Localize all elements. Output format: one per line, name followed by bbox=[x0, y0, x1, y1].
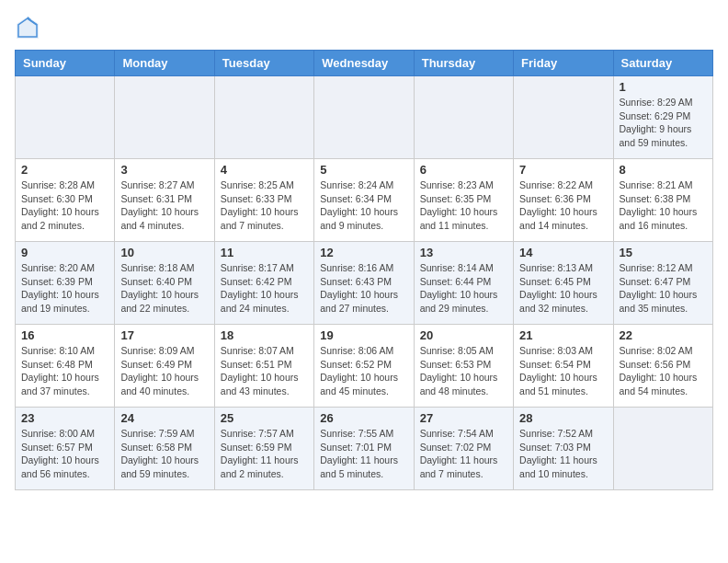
day-info: Sunrise: 8:18 AM Sunset: 6:40 PM Dayligh… bbox=[120, 261, 208, 316]
calendar-cell: 9Sunrise: 8:20 AM Sunset: 6:39 PM Daylig… bbox=[16, 242, 115, 325]
calendar-cell: 11Sunrise: 8:17 AM Sunset: 6:42 PM Dayli… bbox=[214, 242, 313, 325]
day-number: 14 bbox=[519, 246, 607, 259]
calendar-cell: 23Sunrise: 8:00 AM Sunset: 6:57 PM Dayli… bbox=[16, 408, 115, 490]
day-info: Sunrise: 7:57 AM Sunset: 6:59 PM Dayligh… bbox=[221, 427, 308, 481]
calendar-cell: 13Sunrise: 8:14 AM Sunset: 6:44 PM Dayli… bbox=[414, 242, 513, 325]
calendar-cell: 6Sunrise: 8:23 AM Sunset: 6:35 PM Daylig… bbox=[414, 159, 513, 242]
calendar-cell bbox=[115, 76, 214, 159]
calendar-cell: 4Sunrise: 8:25 AM Sunset: 6:33 PM Daylig… bbox=[214, 159, 313, 242]
svg-marker-0 bbox=[17, 17, 39, 39]
day-number: 26 bbox=[320, 411, 407, 425]
day-info: Sunrise: 8:27 AM Sunset: 6:31 PM Dayligh… bbox=[120, 178, 208, 233]
calendar-week-row: 23Sunrise: 8:00 AM Sunset: 6:57 PM Dayli… bbox=[16, 408, 713, 490]
day-info: Sunrise: 8:09 AM Sunset: 6:49 PM Dayligh… bbox=[120, 344, 208, 398]
calendar-cell: 10Sunrise: 8:18 AM Sunset: 6:40 PM Dayli… bbox=[115, 242, 214, 325]
day-info: Sunrise: 8:24 AM Sunset: 6:34 PM Dayligh… bbox=[320, 178, 407, 233]
header-saturday: Saturday bbox=[613, 51, 712, 76]
calendar-cell: 3Sunrise: 8:27 AM Sunset: 6:31 PM Daylig… bbox=[115, 159, 214, 242]
calendar-week-row: 9Sunrise: 8:20 AM Sunset: 6:39 PM Daylig… bbox=[16, 242, 713, 325]
calendar-cell bbox=[514, 76, 613, 159]
day-number: 11 bbox=[221, 246, 308, 259]
day-number: 9 bbox=[21, 246, 108, 259]
day-info: Sunrise: 8:05 AM Sunset: 6:53 PM Dayligh… bbox=[420, 344, 507, 398]
day-info: Sunrise: 8:13 AM Sunset: 6:45 PM Dayligh… bbox=[519, 261, 607, 316]
calendar-cell: 22Sunrise: 8:02 AM Sunset: 6:56 PM Dayli… bbox=[613, 325, 712, 408]
day-number: 25 bbox=[221, 411, 308, 425]
calendar-cell: 1Sunrise: 8:29 AM Sunset: 6:29 PM Daylig… bbox=[613, 76, 712, 159]
day-info: Sunrise: 7:55 AM Sunset: 7:01 PM Dayligh… bbox=[320, 427, 407, 481]
header-friday: Friday bbox=[514, 51, 613, 76]
calendar-week-row: 2Sunrise: 8:28 AM Sunset: 6:30 PM Daylig… bbox=[16, 159, 713, 242]
day-number: 18 bbox=[221, 328, 308, 342]
day-number: 3 bbox=[120, 163, 208, 177]
day-number: 12 bbox=[320, 246, 407, 259]
logo-icon bbox=[15, 15, 40, 40]
day-info: Sunrise: 8:02 AM Sunset: 6:56 PM Dayligh… bbox=[620, 344, 707, 398]
calendar-cell: 27Sunrise: 7:54 AM Sunset: 7:02 PM Dayli… bbox=[414, 408, 513, 490]
day-info: Sunrise: 8:16 AM Sunset: 6:43 PM Dayligh… bbox=[320, 261, 407, 316]
day-info: Sunrise: 8:22 AM Sunset: 6:36 PM Dayligh… bbox=[519, 178, 607, 233]
calendar-header-row: SundayMondayTuesdayWednesdayThursdayFrid… bbox=[16, 51, 713, 76]
calendar-cell: 2Sunrise: 8:28 AM Sunset: 6:30 PM Daylig… bbox=[16, 159, 115, 242]
calendar-cell: 8Sunrise: 8:21 AM Sunset: 6:38 PM Daylig… bbox=[613, 159, 712, 242]
day-info: Sunrise: 8:06 AM Sunset: 6:52 PM Dayligh… bbox=[320, 344, 407, 398]
calendar-cell: 25Sunrise: 7:57 AM Sunset: 6:59 PM Dayli… bbox=[214, 408, 313, 490]
day-number: 20 bbox=[420, 328, 507, 342]
day-number: 19 bbox=[320, 328, 407, 342]
day-info: Sunrise: 8:14 AM Sunset: 6:44 PM Dayligh… bbox=[420, 261, 507, 316]
day-info: Sunrise: 8:07 AM Sunset: 6:51 PM Dayligh… bbox=[221, 344, 308, 398]
day-number: 24 bbox=[120, 411, 208, 425]
day-number: 21 bbox=[519, 328, 607, 342]
day-info: Sunrise: 8:23 AM Sunset: 6:35 PM Dayligh… bbox=[420, 178, 507, 233]
calendar-cell: 21Sunrise: 8:03 AM Sunset: 6:54 PM Dayli… bbox=[514, 325, 613, 408]
calendar-cell: 28Sunrise: 7:52 AM Sunset: 7:03 PM Dayli… bbox=[514, 408, 613, 490]
day-number: 28 bbox=[519, 411, 607, 425]
day-number: 15 bbox=[620, 246, 707, 259]
header bbox=[15, 15, 713, 40]
header-monday: Monday bbox=[115, 51, 214, 76]
day-info: Sunrise: 8:29 AM Sunset: 6:29 PM Dayligh… bbox=[620, 96, 707, 150]
calendar-table: SundayMondayTuesdayWednesdayThursdayFrid… bbox=[15, 50, 713, 490]
day-number: 6 bbox=[420, 163, 507, 177]
day-number: 27 bbox=[420, 411, 507, 425]
header-tuesday: Tuesday bbox=[214, 51, 313, 76]
calendar-cell: 20Sunrise: 8:05 AM Sunset: 6:53 PM Dayli… bbox=[414, 325, 513, 408]
day-number: 8 bbox=[620, 163, 707, 177]
day-info: Sunrise: 7:59 AM Sunset: 6:58 PM Dayligh… bbox=[120, 427, 208, 481]
day-info: Sunrise: 8:17 AM Sunset: 6:42 PM Dayligh… bbox=[221, 261, 308, 316]
calendar-cell bbox=[613, 408, 712, 490]
day-info: Sunrise: 8:21 AM Sunset: 6:38 PM Dayligh… bbox=[620, 178, 707, 233]
header-sunday: Sunday bbox=[16, 51, 115, 76]
day-info: Sunrise: 8:20 AM Sunset: 6:39 PM Dayligh… bbox=[21, 261, 108, 316]
day-number: 5 bbox=[320, 163, 407, 177]
day-info: Sunrise: 8:28 AM Sunset: 6:30 PM Dayligh… bbox=[21, 178, 108, 233]
day-info: Sunrise: 7:54 AM Sunset: 7:02 PM Dayligh… bbox=[420, 427, 507, 481]
logo bbox=[15, 15, 44, 40]
calendar-cell bbox=[16, 76, 115, 159]
day-info: Sunrise: 8:10 AM Sunset: 6:48 PM Dayligh… bbox=[21, 344, 108, 398]
calendar-cell bbox=[414, 76, 513, 159]
day-info: Sunrise: 8:12 AM Sunset: 6:47 PM Dayligh… bbox=[620, 261, 707, 316]
day-number: 16 bbox=[21, 328, 108, 342]
day-number: 13 bbox=[420, 246, 507, 259]
header-thursday: Thursday bbox=[414, 51, 513, 76]
day-number: 7 bbox=[519, 163, 607, 177]
calendar-week-row: 1Sunrise: 8:29 AM Sunset: 6:29 PM Daylig… bbox=[16, 76, 713, 159]
day-number: 23 bbox=[21, 411, 108, 425]
day-number: 10 bbox=[120, 246, 208, 259]
day-info: Sunrise: 8:00 AM Sunset: 6:57 PM Dayligh… bbox=[21, 427, 108, 481]
calendar-week-row: 16Sunrise: 8:10 AM Sunset: 6:48 PM Dayli… bbox=[16, 325, 713, 408]
calendar-cell: 16Sunrise: 8:10 AM Sunset: 6:48 PM Dayli… bbox=[16, 325, 115, 408]
day-number: 4 bbox=[221, 163, 308, 177]
calendar-cell: 7Sunrise: 8:22 AM Sunset: 6:36 PM Daylig… bbox=[514, 159, 613, 242]
header-wednesday: Wednesday bbox=[314, 51, 414, 76]
day-number: 2 bbox=[21, 163, 108, 177]
calendar-cell: 15Sunrise: 8:12 AM Sunset: 6:47 PM Dayli… bbox=[613, 242, 712, 325]
day-info: Sunrise: 8:25 AM Sunset: 6:33 PM Dayligh… bbox=[221, 178, 308, 233]
day-number: 17 bbox=[120, 328, 208, 342]
day-number: 22 bbox=[620, 328, 707, 342]
calendar-cell: 18Sunrise: 8:07 AM Sunset: 6:51 PM Dayli… bbox=[214, 325, 313, 408]
calendar-cell bbox=[214, 76, 313, 159]
calendar-cell: 24Sunrise: 7:59 AM Sunset: 6:58 PM Dayli… bbox=[115, 408, 214, 490]
day-info: Sunrise: 7:52 AM Sunset: 7:03 PM Dayligh… bbox=[519, 427, 607, 481]
